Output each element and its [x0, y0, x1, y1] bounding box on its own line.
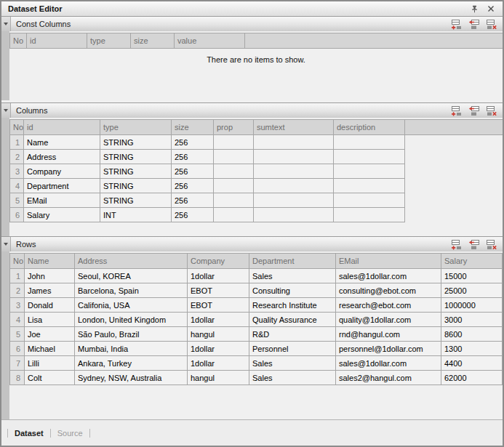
data-cell[interactable]: 1000000: [441, 298, 503, 313]
data-cell[interactable]: hangul: [188, 371, 249, 385]
data-cell[interactable]: [254, 208, 334, 222]
data-cell[interactable]: Sydney, NSW, Australia: [75, 371, 188, 385]
data-cell[interactable]: Consulting: [249, 283, 336, 298]
insert-item-button[interactable]: [468, 19, 480, 30]
data-cell[interactable]: quality@1dollar.com: [336, 313, 441, 327]
data-cell[interactable]: Quality Assurance: [249, 313, 336, 327]
data-cell[interactable]: EMail: [24, 193, 100, 208]
column-header-no[interactable]: No: [10, 33, 27, 49]
data-cell[interactable]: hangul: [188, 327, 249, 342]
data-cell[interactable]: STRING: [100, 193, 172, 208]
data-cell[interactable]: [254, 179, 334, 193]
column-header-size[interactable]: size: [172, 120, 214, 135]
add-item-button[interactable]: [451, 19, 463, 30]
data-cell[interactable]: London, United Kingdom: [75, 313, 188, 327]
data-cell[interactable]: 256: [172, 135, 214, 150]
section-header-rows[interactable]: Rows: [1, 236, 503, 251]
collapse-toggle[interactable]: [1, 103, 11, 118]
data-cell[interactable]: personnel@1dollar.com: [336, 342, 441, 356]
data-cell[interactable]: 1dollar: [188, 342, 249, 356]
data-cell[interactable]: Personnel: [249, 342, 336, 356]
data-cell[interactable]: [214, 208, 254, 222]
data-cell[interactable]: 3000: [441, 313, 503, 327]
collapse-toggle[interactable]: [1, 237, 11, 251]
data-cell[interactable]: Address: [24, 150, 100, 164]
data-cell[interactable]: 256: [172, 193, 214, 208]
close-button[interactable]: [485, 4, 496, 15]
data-cell[interactable]: Sales: [249, 269, 336, 283]
data-cell[interactable]: Mumbai, India: [75, 342, 188, 356]
data-cell[interactable]: INT: [100, 208, 172, 222]
data-cell[interactable]: [334, 179, 405, 193]
data-cell[interactable]: [214, 135, 254, 150]
column-header-type[interactable]: type: [87, 33, 131, 49]
insert-item-button[interactable]: [468, 105, 480, 116]
data-cell[interactable]: sales@1dollar.com: [336, 269, 441, 283]
column-header-salary[interactable]: Salary: [441, 254, 503, 269]
data-cell[interactable]: [334, 164, 405, 179]
column-header-name[interactable]: Name: [25, 254, 75, 269]
data-cell[interactable]: Colt: [25, 371, 75, 385]
data-cell[interactable]: 1dollar: [188, 269, 249, 283]
data-cell[interactable]: Seoul, KOREA: [75, 269, 188, 283]
column-header-sumtext[interactable]: sumtext: [254, 120, 334, 135]
data-cell[interactable]: Name: [24, 135, 100, 150]
data-cell[interactable]: EBOT: [188, 283, 249, 298]
add-item-button[interactable]: [451, 239, 463, 250]
data-cell[interactable]: [214, 179, 254, 193]
data-cell[interactable]: [334, 150, 405, 164]
data-cell[interactable]: 25000: [441, 283, 503, 298]
data-cell[interactable]: STRING: [100, 135, 172, 150]
data-cell[interactable]: consulting@ebot.com: [336, 283, 441, 298]
data-cell[interactable]: EBOT: [188, 298, 249, 313]
data-cell[interactable]: Donald: [25, 298, 75, 313]
data-cell[interactable]: [254, 135, 334, 150]
tab-source[interactable]: Source: [57, 429, 83, 438]
data-cell[interactable]: 1dollar: [188, 313, 249, 327]
data-cell[interactable]: 4400: [441, 356, 503, 371]
data-cell[interactable]: Califonia, USA: [75, 298, 188, 313]
section-header-columns[interactable]: Columns: [1, 102, 503, 118]
data-cell[interactable]: 256: [172, 179, 214, 193]
delete-item-button[interactable]: [486, 239, 497, 250]
data-cell[interactable]: [254, 193, 334, 208]
data-cell[interactable]: STRING: [100, 179, 172, 193]
data-cell[interactable]: Barcelona, Spain: [75, 283, 188, 298]
pin-button[interactable]: [469, 4, 480, 15]
delete-item-button[interactable]: [486, 105, 497, 116]
data-cell[interactable]: [334, 208, 405, 222]
data-cell[interactable]: Sales: [249, 371, 336, 385]
column-header-company[interactable]: Company: [188, 254, 249, 269]
data-cell[interactable]: STRING: [100, 164, 172, 179]
column-header-id[interactable]: id: [24, 120, 100, 135]
column-header-description[interactable]: description: [334, 120, 405, 135]
data-cell[interactable]: Salary: [24, 208, 100, 222]
data-cell[interactable]: [334, 193, 405, 208]
data-cell[interactable]: sales@1dollar.com: [336, 356, 441, 371]
data-cell[interactable]: Research Institute: [249, 298, 336, 313]
data-cell[interactable]: [214, 150, 254, 164]
column-header-department[interactable]: Department: [249, 254, 336, 269]
column-header-id[interactable]: id: [27, 33, 87, 49]
collapse-toggle[interactable]: [1, 17, 11, 31]
data-cell[interactable]: 8600: [441, 327, 503, 342]
data-cell[interactable]: Department: [24, 179, 100, 193]
data-cell[interactable]: STRING: [100, 150, 172, 164]
data-cell[interactable]: sales2@hangul.com: [336, 371, 441, 385]
data-cell[interactable]: [254, 150, 334, 164]
tab-dataset[interactable]: Dataset: [15, 429, 44, 438]
data-cell[interactable]: [254, 164, 334, 179]
column-header-no[interactable]: No: [10, 254, 25, 269]
data-cell[interactable]: Lisa: [25, 313, 75, 327]
delete-item-button[interactable]: [486, 19, 497, 30]
data-cell[interactable]: R&D: [249, 327, 336, 342]
column-header-value[interactable]: value: [175, 33, 245, 49]
column-header-no[interactable]: No: [10, 120, 24, 135]
data-cell[interactable]: research@ebot.com: [336, 298, 441, 313]
data-cell[interactable]: Sales: [249, 356, 336, 371]
data-cell[interactable]: 1dollar: [188, 356, 249, 371]
data-cell[interactable]: 62000: [441, 371, 503, 385]
data-cell[interactable]: 256: [172, 164, 214, 179]
data-cell[interactable]: [334, 135, 405, 150]
data-cell[interactable]: Joe: [25, 327, 75, 342]
